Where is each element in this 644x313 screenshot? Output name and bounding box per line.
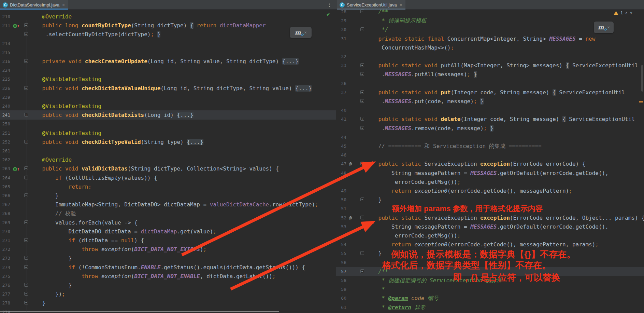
right-editor[interactable]: 28− /**29 * 错误码提示模板30⌐ */31 private stat… <box>336 10 644 313</box>
code-line[interactable]: 216+ private void checkCreateOrUpdate(Lo… <box>0 57 336 66</box>
code-line[interactable]: 40 <box>336 106 644 115</box>
code-line[interactable]: 274− if (!CommonStatusEnum.ENABLE.getSta… <box>0 263 336 272</box>
code-line[interactable]: 47@− public static ServiceException exce… <box>336 159 644 168</box>
code-line[interactable]: 226+ public void checkDictDataValueUniqu… <box>0 84 336 93</box>
code-line[interactable]: 50⌐ } <box>336 195 644 204</box>
code-line[interactable]: 270 DictDataDO dictData = dictDataMap.ge… <box>0 227 336 236</box>
code-line[interactable]: 250 <box>0 119 336 128</box>
code-line[interactable]: 276⌐ } <box>0 281 336 290</box>
editor-options-kebab-icon[interactable]: ⋮ <box>327 1 332 8</box>
code-line[interactable]: 278⌐ } <box>0 298 336 308</box>
code-line[interactable]: 240 @VisibleForTesting <box>0 101 336 111</box>
fold-icon[interactable]: ⌐ <box>24 301 28 304</box>
code-line[interactable]: errorCode.getMsg()); <box>336 231 644 240</box>
code-line[interactable]: 271− if (dictData == null) { <box>0 236 336 245</box>
code-line[interactable]: 49 return exception0(errorCode.getCode()… <box>336 186 644 195</box>
code-line[interactable]: 57− /** <box>336 267 644 276</box>
fold-icon[interactable]: + <box>24 32 28 36</box>
code-line[interactable]: 211↑+ public long countByDictType(String… <box>0 21 336 30</box>
fold-icon[interactable]: − <box>360 216 364 219</box>
tab-dictdataserviceimpl-java[interactable]: C DictDataServiceImpl.java × <box>0 0 68 10</box>
fold-icon[interactable]: + <box>360 90 364 94</box>
code-line[interactable]: 263↑− public void validDictDatas(String … <box>0 164 336 173</box>
code-line[interactable]: 60 * @param code 编号 <box>336 294 644 303</box>
code-line[interactable]: 269− values.forEach(value -> { <box>0 218 336 227</box>
code-line[interactable]: 241+ public void checkDictDataExists(Lon… <box>0 110 336 120</box>
code-line[interactable]: 268 // 校验 <box>0 209 336 218</box>
error-stripe-warning-mark[interactable] <box>639 101 643 103</box>
code-line[interactable]: 273⌐ } <box>0 254 336 263</box>
code-line[interactable]: 52@− public static ServiceException exce… <box>336 213 644 222</box>
code-line[interactable]: 44 <box>336 133 644 142</box>
maven-reload-badge[interactable]: m⟳ × <box>594 22 614 33</box>
code-line[interactable]: 239 <box>0 93 336 102</box>
code-line[interactable]: 28− /** <box>336 10 644 16</box>
code-line[interactable]: 251 @VisibleForTesting <box>0 128 336 138</box>
maven-reload-badge[interactable]: m⟳ × <box>290 27 312 38</box>
fold-icon[interactable]: ⌐ <box>24 193 28 197</box>
code-line[interactable]: 264− if (CollUtil.isEmpty(values)) { <box>0 173 336 182</box>
code-line[interactable]: 59 * <box>336 285 644 294</box>
close-icon[interactable]: × <box>62 2 65 8</box>
fold-icon[interactable]: − <box>24 220 28 224</box>
fold-icon[interactable]: − <box>24 265 28 269</box>
code-line[interactable]: 48 String messagePattern = MESSAGES.getO… <box>336 168 644 178</box>
override-marker-icon[interactable]: ↑ <box>13 164 23 173</box>
horizontal-scrollbar-thumb[interactable] <box>0 311 279 312</box>
code-line[interactable]: 37+ public static void put(Integer code,… <box>336 88 644 97</box>
inspections-ok-check-icon[interactable]: ✔ <box>326 12 330 17</box>
fold-icon[interactable]: + <box>24 113 28 117</box>
code-line[interactable]: + .selectCountByDictType(dictType); } <box>0 30 336 39</box>
code-line[interactable]: 41+ public static void delete(Integer co… <box>336 114 644 124</box>
code-line[interactable]: 58 * 创建指定编号的 ServiceException 的异常 <box>336 276 644 285</box>
code-line[interactable]: ConcurrentHashMap<>(); <box>336 43 644 52</box>
code-line[interactable]: 262 @Override <box>0 155 336 164</box>
code-line[interactable]: 55⌐ } <box>336 249 644 258</box>
fold-icon[interactable]: + <box>24 59 28 63</box>
code-line[interactable]: 33+ public static void putAll(Map<Intege… <box>336 61 644 70</box>
fold-icon[interactable]: ⌐ <box>24 283 28 287</box>
close-icon[interactable]: × <box>400 2 402 8</box>
fold-icon[interactable]: + <box>360 99 364 103</box>
vertical-scrollbar-thumb[interactable] <box>641 65 643 92</box>
fold-icon[interactable]: ⌐ <box>360 27 364 31</box>
override-marker-icon[interactable]: ↑ <box>13 21 23 30</box>
code-line[interactable]: 272 throw exception(DICT_DATA_NOT_EXISTS… <box>0 245 336 254</box>
fold-icon[interactable]: − <box>360 269 364 273</box>
code-line[interactable]: 224 <box>0 66 336 75</box>
code-line[interactable]: 210 @Override <box>0 12 336 21</box>
code-line[interactable]: 215 <box>0 48 336 57</box>
fold-icon[interactable]: + <box>24 86 28 90</box>
code-line[interactable]: 56 <box>336 258 644 267</box>
fold-icon[interactable]: ⌐ <box>360 198 364 201</box>
fold-icon[interactable]: − <box>24 166 28 170</box>
fold-icon[interactable]: ⌐ <box>360 251 364 255</box>
close-icon[interactable]: × <box>607 25 610 30</box>
code-line[interactable]: 266⌐ } <box>0 191 336 200</box>
fold-icon[interactable]: + <box>360 72 364 76</box>
code-line[interactable]: 54 return exception0(errorCode.getCode()… <box>336 240 644 249</box>
code-line[interactable]: 267 ImmutableMap<String, DictDataDO> dic… <box>0 200 336 209</box>
fold-icon[interactable]: + <box>360 63 364 67</box>
code-line[interactable]: 32 <box>336 52 644 61</box>
fold-icon[interactable]: + <box>24 140 28 144</box>
fold-icon[interactable]: − <box>24 238 28 242</box>
code-line[interactable]: 225 @VisibleForTesting <box>0 74 336 84</box>
code-line[interactable]: 51 <box>336 204 644 213</box>
code-line[interactable]: 36 <box>336 79 644 88</box>
next-problem-chevron-icon[interactable]: ∨ <box>630 11 632 15</box>
code-line[interactable]: 31 private static final ConcurrentMap<In… <box>336 34 644 43</box>
code-line[interactable]: + .MESSAGES.putAll(messages); } <box>336 70 644 79</box>
code-line[interactable]: 61 * @return 异常 <box>336 303 644 312</box>
fold-icon[interactable]: + <box>360 126 364 130</box>
tab-serviceexceptionutil-java[interactable]: C ServiceExceptionUtil.java × <box>337 0 405 10</box>
fold-icon[interactable]: + <box>360 117 364 121</box>
fold-icon[interactable]: − <box>360 162 364 165</box>
code-line[interactable]: 53 String messagePattern = MESSAGES.getO… <box>336 222 644 231</box>
code-line[interactable]: 45 // ========== 和 ServiceException 的集成 … <box>336 141 644 151</box>
code-line[interactable]: 46 <box>336 150 644 160</box>
code-line[interactable]: + .MESSAGES.put(code, message); } <box>336 97 644 106</box>
code-line[interactable]: 214 <box>0 39 336 48</box>
left-editor[interactable]: 210 @Override211↑+ public long countByDi… <box>0 10 336 313</box>
fold-icon[interactable]: ⌐ <box>24 256 28 260</box>
